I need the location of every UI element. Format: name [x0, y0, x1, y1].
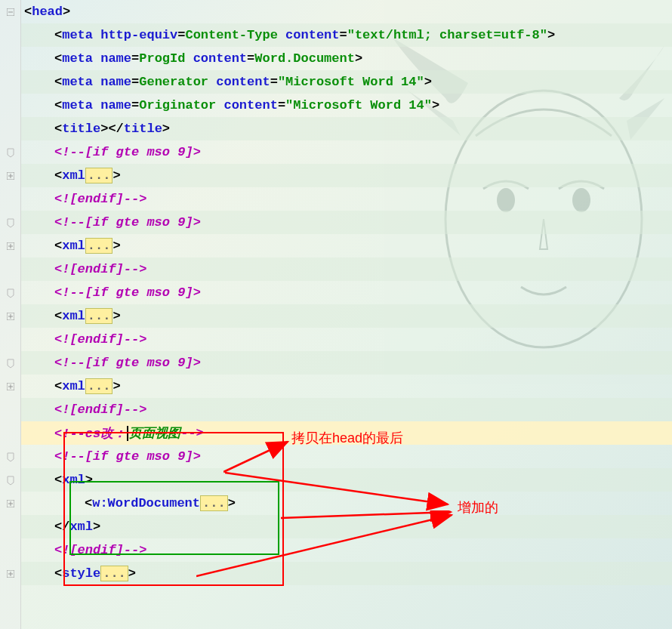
code-token: =	[278, 98, 285, 113]
code-token: <	[54, 168, 62, 183]
code-line[interactable]: <meta http-equiv=Content-Type content="t…	[21, 23, 672, 47]
gutter-fold-icon[interactable]	[0, 140, 20, 164]
gutter-fold-icon[interactable]	[0, 94, 20, 117]
code-token: "Microsoft Word 14"	[278, 75, 424, 89]
gutter-fold-icon[interactable]	[0, 187, 20, 211]
code-token: meta	[62, 51, 100, 66]
code-token: -->	[180, 426, 204, 440]
code-token: <	[54, 122, 62, 136]
code-area[interactable]: 拷贝在head的最后 增加的 <head><meta http-equiv=Co…	[21, 0, 672, 629]
gutter-fold-icon[interactable]	[0, 445, 20, 468]
gutter-fold-icon[interactable]	[0, 234, 20, 257]
gutter-fold-icon[interactable]	[0, 562, 20, 585]
code-line[interactable]: <!--[if gte mso 9]>	[21, 140, 672, 164]
code-token: <![endif]-->	[54, 543, 146, 557]
code-token: >	[228, 496, 236, 510]
code-token: name	[100, 75, 131, 89]
code-token: >	[113, 309, 120, 323]
code-line[interactable]: <title></title>	[21, 117, 672, 140]
code-line[interactable]: <w:WordDocument...>	[21, 492, 672, 515]
code-token: name	[100, 98, 131, 113]
code-token: <!--[if gte mso 9]>	[54, 215, 201, 230]
code-token: 页面视图	[129, 424, 180, 442]
code-line[interactable]: <xml>	[21, 468, 672, 492]
code-token: xml	[62, 309, 85, 323]
code-token: <![endif]-->	[54, 262, 146, 276]
code-token: >	[547, 28, 555, 42]
code-token: ...	[100, 566, 128, 581]
code-token: xml	[62, 473, 85, 487]
gutter-fold-icon[interactable]	[0, 164, 20, 187]
code-token: <	[54, 239, 62, 253]
code-line[interactable]: <!--[if gte mso 9]>	[21, 351, 672, 375]
code-token: ...	[200, 495, 228, 511]
code-line[interactable]: <xml...>	[21, 234, 672, 257]
code-line[interactable]: <![endif]-->	[21, 187, 672, 211]
code-line[interactable]: <style...>	[21, 562, 672, 585]
code-line[interactable]: <!--[if gte mso 9]>	[21, 211, 672, 234]
gutter-fold-icon[interactable]	[0, 328, 20, 351]
code-token: xml	[62, 168, 85, 183]
gutter-fold-icon[interactable]	[0, 538, 20, 562]
code-token: =	[131, 98, 139, 113]
code-token: =	[131, 51, 139, 66]
code-token: >	[424, 75, 432, 89]
code-line[interactable]: <head>	[21, 0, 672, 23]
gutter-fold-icon[interactable]	[0, 47, 20, 70]
code-token: =	[247, 51, 254, 66]
gutter-fold-icon[interactable]	[0, 211, 20, 234]
gutter-fold-icon[interactable]	[0, 515, 20, 538]
gutter-fold-icon[interactable]	[0, 23, 20, 47]
code-token: <!--cs改：	[54, 424, 126, 442]
gutter-fold-icon[interactable]	[0, 70, 20, 94]
code-token: >	[63, 5, 70, 19]
code-token: >	[93, 520, 100, 534]
code-token: <	[54, 473, 62, 487]
code-line[interactable]: <xml...>	[21, 164, 672, 187]
code-line[interactable]: <meta name=Originator content="Microsoft…	[21, 94, 672, 117]
code-token: >	[162, 122, 170, 136]
gutter-fold-icon[interactable]	[0, 117, 20, 140]
gutter-fold-icon[interactable]	[0, 351, 20, 375]
code-token: "Microsoft Word 14"	[285, 98, 432, 113]
code-token: <	[54, 379, 62, 393]
code-token: =	[270, 75, 278, 89]
gutter-fold-icon[interactable]	[0, 375, 20, 398]
code-token: ...	[85, 308, 113, 324]
gutter-fold-icon[interactable]	[0, 421, 20, 445]
code-token: <	[54, 28, 62, 42]
gutter-fold-icon[interactable]	[0, 304, 20, 328]
code-token: >	[355, 51, 362, 66]
editor-gutter[interactable]	[0, 0, 21, 629]
code-line[interactable]: <xml...>	[21, 304, 672, 328]
code-line[interactable]: <!--[if gte mso 9]>	[21, 281, 672, 304]
code-line[interactable]: <![endif]-->	[21, 328, 672, 351]
gutter-fold-icon[interactable]	[0, 492, 20, 515]
code-line[interactable]: <xml...>	[21, 375, 672, 398]
code-line[interactable]: <![endif]-->	[21, 538, 672, 562]
code-token: <![endif]-->	[54, 402, 146, 417]
code-line[interactable]: <meta name=Generator content="Microsoft …	[21, 70, 672, 94]
code-editor[interactable]: 拷贝在head的最后 增加的 <head><meta http-equiv=Co…	[0, 0, 672, 629]
code-token: w:WordDocument	[92, 496, 200, 510]
code-line[interactable]: <![endif]-->	[21, 257, 672, 281]
code-line[interactable]: <![endif]-->	[21, 398, 672, 421]
code-token: <	[24, 5, 32, 19]
annotation-text-1: 拷贝在head的最后	[291, 429, 403, 447]
gutter-fold-icon[interactable]	[0, 468, 20, 492]
code-token: style	[62, 566, 100, 581]
code-token: ...	[85, 168, 113, 183]
gutter-fold-icon[interactable]	[0, 281, 20, 304]
code-token: content	[285, 28, 339, 42]
code-token: title	[124, 122, 162, 136]
code-token: =	[340, 28, 347, 42]
code-token: Word.Document	[254, 51, 355, 66]
code-token: head	[32, 5, 63, 19]
gutter-fold-icon[interactable]	[0, 398, 20, 421]
code-token: <	[54, 51, 62, 66]
code-line[interactable]: <!--[if gte mso 9]>	[21, 445, 672, 468]
gutter-fold-icon[interactable]	[0, 257, 20, 281]
code-line[interactable]: </xml>	[21, 515, 672, 538]
gutter-fold-icon[interactable]	[0, 0, 20, 23]
code-line[interactable]: <meta name=ProgId content=Word.Document>	[21, 47, 672, 70]
